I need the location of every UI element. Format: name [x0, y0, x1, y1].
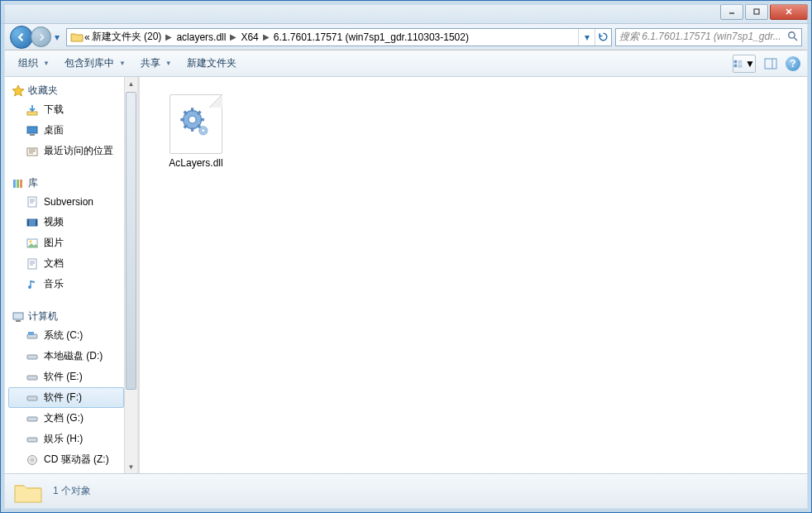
history-dropdown[interactable]: ▾	[51, 29, 63, 46]
sidebar-item-downloads[interactable]: 下载	[8, 99, 124, 120]
maximize-button[interactable]	[745, 4, 768, 20]
status-bar: 1 个对象	[5, 473, 807, 508]
folder-icon	[70, 31, 84, 44]
svg-rect-8	[738, 62, 743, 63]
desktop-icon	[26, 124, 39, 137]
body: 收藏夹 下载 桌面 最近访问的位置	[5, 77, 807, 473]
breadcrumb: « 新建文件夹 (20) ▶ aclayers.dll ▶ X64 ▶ 6.1.…	[84, 29, 578, 46]
back-button[interactable]	[10, 26, 33, 49]
breadcrumb-item[interactable]: aclayers.dll	[175, 31, 227, 43]
search-icon[interactable]	[787, 31, 798, 44]
sidebar-item-desktop[interactable]: 桌面	[8, 120, 124, 141]
address-bar[interactable]: « 新建文件夹 (20) ▶ aclayers.dll ▶ X64 ▶ 6.1.…	[66, 28, 612, 46]
share-menu[interactable]: 共享▼	[134, 54, 179, 73]
sidebar-scrollbar[interactable]: ▲ ▼	[124, 77, 137, 473]
svg-rect-37	[27, 438, 37, 442]
svg-point-28	[28, 285, 31, 289]
svg-rect-6	[734, 60, 737, 62]
file-item[interactable]: AcLayers.dll	[156, 90, 236, 173]
svg-rect-35	[27, 396, 37, 400]
computer-icon	[12, 310, 25, 324]
svg-rect-11	[738, 66, 743, 67]
svg-rect-21	[28, 197, 36, 207]
search-placeholder: 搜索 6.1.7601.17571 (win7sp1_gdr...	[619, 30, 781, 44]
svg-rect-15	[27, 127, 37, 133]
drive-icon	[26, 391, 39, 405]
sidebar-favorites-header[interactable]: 收藏夹	[8, 82, 124, 99]
chevron-right-icon[interactable]: ▶	[260, 32, 273, 41]
search-input[interactable]: 搜索 6.1.7601.17571 (win7sp1_gdr...	[615, 28, 802, 46]
scroll-down-icon[interactable]: ▼	[125, 460, 137, 473]
help-button[interactable]: ?	[786, 56, 800, 71]
chevron-right-icon[interactable]: ▶	[227, 32, 240, 41]
explorer-window: ▾ « 新建文件夹 (20) ▶ aclayers.dll ▶ X64 ▶ 6.…	[0, 0, 812, 513]
download-icon	[26, 103, 39, 117]
breadcrumb-prefix: «	[84, 31, 91, 43]
breadcrumb-item[interactable]: 新建文件夹 (20)	[91, 30, 163, 44]
svg-point-26	[30, 240, 32, 242]
organize-menu[interactable]: 组织▼	[12, 54, 56, 73]
breadcrumb-item[interactable]: X64	[240, 31, 259, 43]
sidebar-item-drive-g[interactable]: 文档 (G:)	[8, 408, 124, 429]
include-in-library-menu[interactable]: 包含到库中▼	[58, 54, 132, 73]
sidebar-item-drive-e[interactable]: 软件 (E:)	[8, 367, 124, 387]
new-folder-button[interactable]: 新建文件夹	[180, 54, 243, 73]
star-icon	[12, 84, 25, 98]
sidebar-item-videos[interactable]: 视频	[8, 212, 124, 233]
scroll-thumb[interactable]	[126, 92, 136, 390]
svg-line-45	[184, 111, 187, 113]
svg-rect-32	[28, 332, 34, 335]
sidebar-item-music[interactable]: 音乐	[8, 274, 124, 295]
sidebar-libraries-header[interactable]: 库	[8, 175, 124, 192]
drive-icon	[26, 350, 39, 363]
navigation-pane: 收藏夹 下载 桌面 最近访问的位置	[5, 77, 137, 473]
drive-icon	[26, 433, 39, 446]
svg-rect-9	[734, 64, 737, 66]
navbar: ▾ « 新建文件夹 (20) ▶ aclayers.dll ▶ X64 ▶ 6.…	[5, 24, 807, 50]
document-icon	[26, 257, 39, 271]
svg-rect-29	[13, 313, 23, 319]
close-button[interactable]	[770, 4, 808, 20]
file-thumbnail	[170, 94, 222, 154]
svg-point-49	[189, 116, 196, 123]
address-dropdown[interactable]: ▾	[578, 29, 595, 46]
svg-rect-12	[765, 59, 776, 69]
view-mode-button[interactable]: ▼	[733, 55, 756, 73]
drive-icon	[26, 412, 39, 425]
svg-rect-30	[16, 320, 21, 322]
sidebar-item-drive-h[interactable]: 娱乐 (H:)	[8, 429, 124, 449]
sidebar-item-documents[interactable]: 文档	[8, 253, 124, 274]
file-list[interactable]: AcLayers.dll	[140, 77, 807, 473]
preview-pane-button[interactable]	[759, 55, 782, 73]
sidebar-item-drive-c[interactable]: 系统 (C:)	[8, 325, 124, 346]
svg-rect-36	[27, 417, 37, 421]
svg-rect-16	[30, 134, 35, 136]
chevron-right-icon[interactable]: ▶	[162, 32, 175, 41]
sidebar-computer-header[interactable]: 计算机	[8, 308, 124, 325]
status-text: 1 个对象	[53, 484, 91, 498]
svg-line-48	[184, 125, 187, 127]
titlebar	[1, 1, 811, 24]
sidebar-item-pictures[interactable]: 图片	[8, 233, 124, 253]
svg-point-51	[202, 128, 205, 132]
minimize-button[interactable]	[720, 4, 743, 20]
svg-rect-33	[27, 355, 37, 359]
drive-icon	[26, 371, 39, 384]
sidebar-item-drive-f[interactable]: 软件 (F:)	[8, 387, 124, 408]
svg-line-5	[794, 37, 797, 41]
svg-rect-34	[27, 376, 37, 380]
gear-icon	[178, 105, 214, 144]
svg-rect-7	[738, 60, 743, 61]
sidebar-item-subversion[interactable]: Subversion	[8, 192, 124, 212]
svg-line-47	[198, 111, 200, 113]
forward-button[interactable]	[31, 26, 51, 47]
folder-icon	[13, 479, 43, 504]
svg-rect-24	[36, 219, 37, 226]
scroll-up-icon[interactable]: ▲	[125, 77, 137, 90]
svg-rect-23	[27, 219, 29, 226]
breadcrumb-item[interactable]: 6.1.7601.17571 (win7sp1_gdr.110303-1502)	[273, 31, 470, 43]
sidebar-item-drive-z[interactable]: CD 驱动器 (Z:)	[8, 449, 124, 470]
sidebar-item-recent[interactable]: 最近访问的位置	[8, 141, 124, 161]
refresh-button[interactable]	[595, 29, 611, 46]
sidebar-item-drive-d[interactable]: 本地磁盘 (D:)	[8, 346, 124, 367]
